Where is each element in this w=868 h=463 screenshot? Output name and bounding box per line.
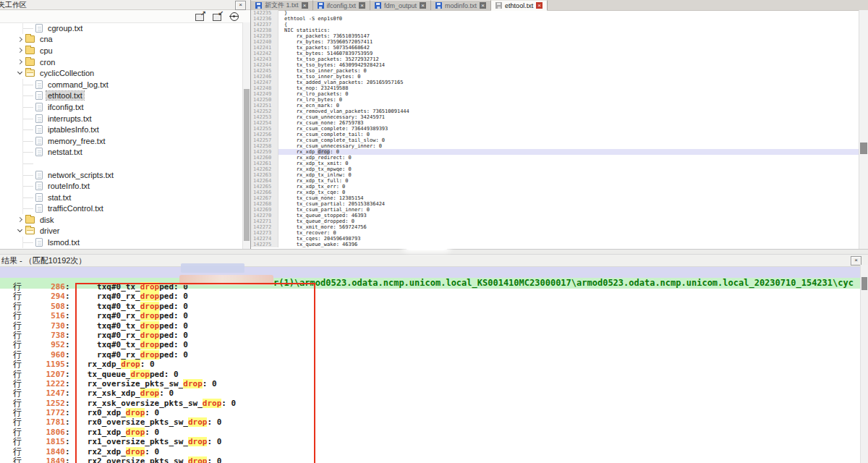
editor-line[interactable]: 142245 tx_tso_inner_packets: 0 bbox=[251, 68, 859, 74]
editor-line[interactable]: 142236ethtool -S enp1s0f0 bbox=[251, 16, 859, 22]
tree-item-routeinfo-txt[interactable]: routeInfo.txt bbox=[0, 180, 243, 192]
tree-item-ethtool-txt[interactable]: ethtool.txt bbox=[0, 90, 243, 102]
editor-line[interactable]: 142261 rx_xdp_tx_xmit: 0 bbox=[251, 161, 859, 166]
tree-item-network-scripts-txt[interactable]: network_scripts.txt bbox=[0, 169, 243, 181]
tree-item-memory-free-txt[interactable]: memory_free.txt bbox=[0, 135, 243, 147]
tree-item-cgroup-txt[interactable]: cgroup.txt bbox=[0, 22, 243, 34]
result-row-line-516[interactable]: 行516: rxq#0_rx_dropped: 0 bbox=[0, 311, 861, 320]
tree-scrollbar[interactable] bbox=[242, 22, 250, 249]
editor-line[interactable]: 142244 tx_tso_bytes: 463099429284214 bbox=[251, 62, 859, 68]
editor-line[interactable]: 142240 rx_bytes: 735960572057411 bbox=[251, 39, 859, 45]
editor-line[interactable]: 142250 rx_lro_bytes: 0 bbox=[251, 97, 859, 103]
tree-scrollbar-thumb[interactable] bbox=[244, 89, 250, 241]
tree-item-ifconfig-txt[interactable]: ifconfig.txt bbox=[0, 101, 243, 113]
result-row-line-1222[interactable]: 行1222: rx_oversize_pkts_sw_drop: 0 bbox=[0, 379, 861, 388]
result-row-line-1772[interactable]: 行1772: rx0_xdp_drop: 0 bbox=[0, 408, 861, 417]
editor-line[interactable]: 142256 rx_csum_complete_tail: 0 bbox=[251, 132, 859, 137]
tab-close-icon[interactable]: × bbox=[359, 2, 365, 9]
tree-item-cpu[interactable]: cpu bbox=[0, 45, 243, 56]
editor-line[interactable]: 142266 rx_xdp_tx_cqe: 0 bbox=[251, 190, 859, 195]
chevron-down-icon[interactable] bbox=[16, 226, 25, 236]
tab-fdm-output[interactable]: fdm_output× bbox=[370, 0, 431, 10]
tree-item-disk[interactable]: disk bbox=[0, 214, 243, 226]
editor-line[interactable]: 142248 tx_nop: 232419588 bbox=[251, 85, 859, 91]
locate-file-icon[interactable] bbox=[230, 12, 239, 21]
tree-item-driver[interactable]: driver bbox=[0, 226, 243, 237]
chevron-right-icon[interactable] bbox=[16, 35, 25, 44]
editor-line[interactable]: 142275 tx_queue_wake: 46396 bbox=[251, 242, 859, 247]
result-row-line-294[interactable]: 行294: rxq#0_rx_dropped: 0 bbox=[0, 292, 861, 301]
expand-all-icon[interactable] bbox=[195, 12, 205, 21]
tree-item-interrupts-txt[interactable]: interrupts.txt bbox=[0, 113, 243, 124]
editor-line[interactable]: 142269 tx_csum_partial_inner: 0 bbox=[251, 207, 859, 213]
tab-1-txt[interactable]: 新文件 1.txt× bbox=[251, 0, 313, 10]
result-row-line-1252[interactable]: 行1252: rx_xsk_oversize_pkts_sw_drop: 0 bbox=[0, 399, 861, 408]
editor-line[interactable]: 142272 tx_xmit_more: 569724756 bbox=[251, 224, 859, 230]
editor-line[interactable]: 142271 tx_queue_dropped: 0 bbox=[251, 218, 859, 224]
editor-line[interactable]: 142253 rx_csum_unnecessary: 34245971 bbox=[251, 114, 859, 120]
editor-scrollbar-thumb[interactable] bbox=[860, 143, 867, 154]
tab-close-icon[interactable]: × bbox=[480, 2, 486, 9]
result-row-line-952[interactable]: 行952: txq#0_tx_dropped: 0 bbox=[0, 340, 861, 349]
editor-line[interactable]: 142242 tx_bytes: 514607839753959 bbox=[251, 51, 859, 56]
editor-line[interactable]: 142257 rx_csum_complete_tail_slow: 0 bbox=[251, 137, 859, 143]
editor-line[interactable]: 142259 rx_xdp_drop: 0 bbox=[251, 149, 859, 155]
editor-line[interactable]: 142246 tx_tso_inner_bytes: 0 bbox=[251, 74, 859, 80]
editor-line[interactable]: 142274 tx_cqes: 204596498793 bbox=[251, 236, 859, 242]
editor-line[interactable]: 142267 tx_csum_none: 12385154 bbox=[251, 195, 859, 201]
tree-item-iptablesinfo-txt[interactable]: iptablesInfo.txt bbox=[0, 124, 243, 135]
tree-item-cycliccollection[interactable]: cyclicCollection bbox=[0, 67, 243, 79]
editor-line[interactable]: 142255 rx_csum_complete: 736449389393 bbox=[251, 126, 859, 132]
editor-line[interactable]: 142254 rx_csum_none: 26759783 bbox=[251, 120, 859, 126]
editor-line[interactable]: 142238NIC statistics: bbox=[251, 27, 859, 33]
workspace-close-icon[interactable]: × bbox=[235, 1, 246, 10]
editor-line[interactable]: 142239 rx_packets: 736510395147 bbox=[251, 33, 859, 39]
tree-item-lsmod-txt[interactable]: lsmod.txt bbox=[0, 237, 243, 248]
editor-line[interactable]: 142249 rx_lro_packets: 0 bbox=[251, 91, 859, 97]
editor-line[interactable]: 142235} bbox=[251, 10, 859, 16]
chevron-right-icon[interactable] bbox=[16, 46, 25, 55]
tab-close-icon[interactable]: × bbox=[302, 2, 308, 9]
editor-lines[interactable]: 142235}142236ethtool -S enp1s0f0142237{1… bbox=[251, 10, 859, 249]
editor-line[interactable]: 142243 tx_tso_packets: 35272932712 bbox=[251, 56, 859, 62]
editor-line[interactable]: 142247 tx_added_vlan_packets: 2051659571… bbox=[251, 80, 859, 85]
tree-item-trafficcontrol-txt[interactable]: trafficControl.txt bbox=[0, 203, 243, 215]
tree-item-netstat-txt[interactable]: netstat.txt bbox=[0, 147, 243, 158]
editor-line[interactable]: 142252 rx_removed_vlan_packets: 73651009… bbox=[251, 109, 859, 114]
result-row-line-1840[interactable]: 行1840: rx2_xdp_drop: 0 bbox=[0, 447, 861, 456]
editor-line[interactable]: 142251 rx_ecn_mark: 0 bbox=[251, 103, 859, 109]
result-row-line-730[interactable]: 行730: txq#0_tx_dropped: 0 bbox=[0, 321, 861, 331]
result-row-line-1207[interactable]: 行1207: tx_queue_dropped: 0 bbox=[0, 370, 861, 379]
tree-item-redacted[interactable] bbox=[0, 158, 243, 169]
result-row-line-286[interactable]: 行286: txq#0_tx_dropped: 0 bbox=[0, 282, 861, 292]
tree-item-stat-txt[interactable]: stat.txt bbox=[0, 192, 243, 203]
tab-modinfo-txt[interactable]: modinfo.txt× bbox=[431, 0, 491, 10]
result-row-line-960[interactable]: 行960: rxq#0_rx_dropped: 0 bbox=[0, 350, 861, 360]
result-row-line-1247[interactable]: 行1247: rx_xsk_xdp_drop: 0 bbox=[0, 388, 861, 398]
results-scrollbar-thumb[interactable] bbox=[861, 277, 867, 290]
result-row-line-1815[interactable]: 行1815: rx1_oversize_pkts_sw_drop: 0 bbox=[0, 437, 861, 446]
tree-item-cna[interactable]: cna bbox=[0, 34, 243, 46]
result-row-line-508[interactable]: 行508: txq#0_tx_dropped: 0 bbox=[0, 302, 861, 311]
editor-line[interactable]: 142260 rx_xdp_redirect: 0 bbox=[251, 155, 859, 161]
editor-line[interactable]: 142265 rx_xdp_tx_err: 0 bbox=[251, 184, 859, 190]
result-row-line-1806[interactable]: 行1806: rx1_xdp_drop: 0 bbox=[0, 428, 861, 437]
tab-ethtool-txt[interactable]: ethtool.txt× bbox=[491, 0, 548, 11]
collapse-all-icon[interactable] bbox=[213, 12, 223, 21]
editor-line[interactable]: 142241 tx_packets: 507354668642 bbox=[251, 45, 859, 51]
chevron-right-icon[interactable] bbox=[16, 57, 25, 67]
chevron-right-icon[interactable] bbox=[16, 215, 25, 224]
editor-line[interactable]: 142258 rx_csum_unnecessary_inner: 0 bbox=[251, 143, 859, 149]
editor-line[interactable]: 142262 rx_xdp_tx_mpwqe: 0 bbox=[251, 166, 859, 172]
editor-line[interactable]: 142237{ bbox=[251, 22, 859, 27]
result-row-line-738[interactable]: 行738: rxq#0_rx_dropped: 0 bbox=[0, 331, 861, 340]
tab-ifconfig-txt[interactable]: ifconfig.txt× bbox=[313, 0, 371, 10]
editor-scrollbar[interactable] bbox=[859, 10, 868, 249]
editor-line[interactable]: 142263 rx_xdp_tx_inlnw: 0 bbox=[251, 172, 859, 178]
result-row-line-1781[interactable]: 行1781: rx0_oversize_pkts_sw_drop: 0 bbox=[0, 417, 861, 427]
chevron-down-icon[interactable] bbox=[16, 69, 25, 78]
tree-item-command-log-txt[interactable]: command_log.txt bbox=[0, 79, 243, 90]
editor-line[interactable]: 142268 tx_csum_partial: 205153836424 bbox=[251, 201, 859, 207]
editor-line[interactable]: 142270 tx_queue_stopped: 46393 bbox=[251, 213, 859, 218]
results-scrollbar[interactable] bbox=[860, 265, 868, 463]
